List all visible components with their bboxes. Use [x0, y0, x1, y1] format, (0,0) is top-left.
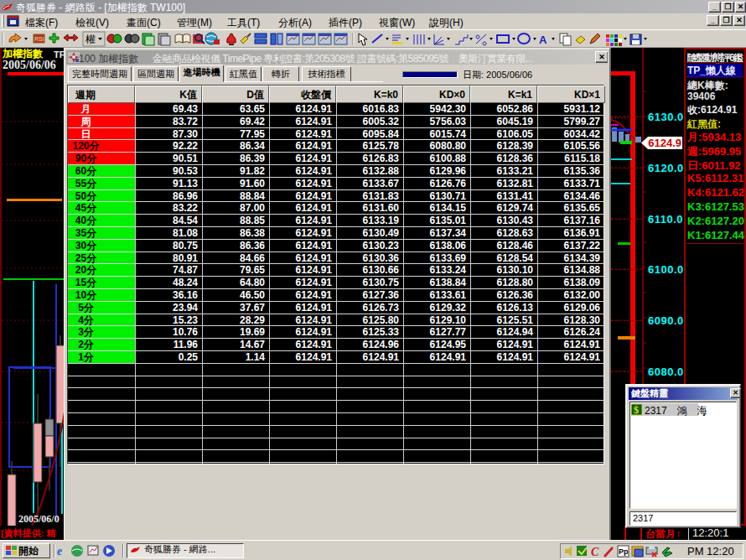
- svg-text:A: A: [539, 34, 547, 46]
- svg-text:2005/06/06: 2005/06/06: [3, 59, 56, 71]
- svg-text:C: C: [591, 546, 599, 558]
- svg-text:權: 權: [85, 34, 96, 45]
- svg-text:e: e: [57, 545, 62, 557]
- svg-text:RSI: RSI: [34, 36, 44, 42]
- svg-text:$: $: [634, 404, 639, 415]
- svg-text:Pp: Pp: [619, 547, 629, 556]
- svg-text:2005/06/0: 2005/06/0: [18, 513, 60, 525]
- svg-text:加權指數: 加權指數: [2, 48, 44, 60]
